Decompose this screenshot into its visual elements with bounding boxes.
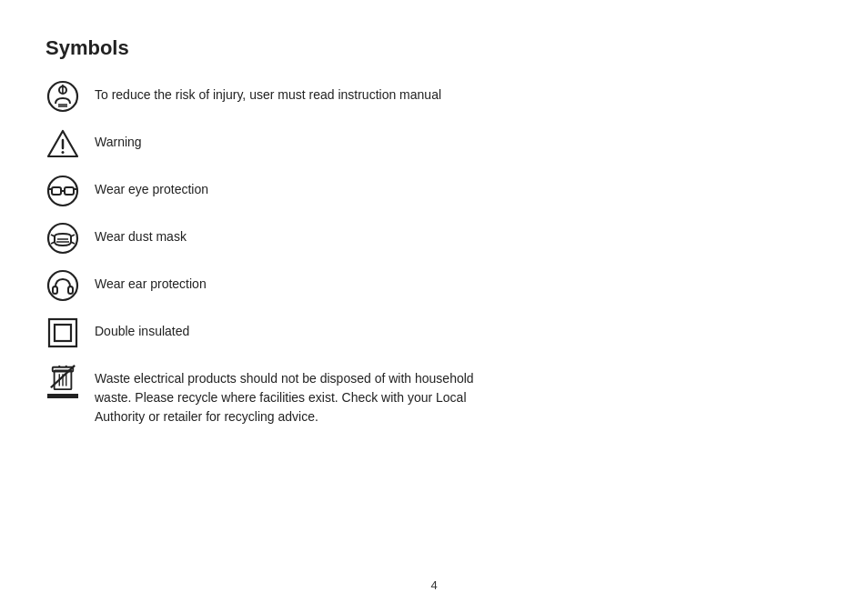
dust-mask-icon bbox=[45, 222, 80, 255]
double-insulated-icon bbox=[45, 316, 80, 349]
ear-protection-text: Wear ear protection bbox=[95, 269, 207, 294]
warning-icon bbox=[45, 127, 80, 160]
eye-protection-text: Wear eye protection bbox=[95, 175, 208, 199]
list-item: Wear eye protection bbox=[45, 175, 823, 207]
warning-text: Warning bbox=[95, 127, 142, 152]
svg-point-14 bbox=[48, 224, 77, 253]
list-item: Wear dust mask bbox=[45, 222, 823, 255]
weee-bar bbox=[47, 394, 78, 398]
svg-rect-10 bbox=[65, 187, 74, 195]
eye-protection-icon bbox=[45, 175, 80, 207]
instruction-manual-text: To reduce the risk of injury, user must … bbox=[95, 80, 441, 105]
list-item: Warning bbox=[45, 127, 823, 160]
svg-rect-9 bbox=[52, 187, 61, 195]
svg-rect-25 bbox=[55, 325, 71, 341]
svg-line-17 bbox=[51, 235, 55, 236]
list-item: Double insulated bbox=[45, 316, 823, 349]
weee-text: Waste electrical products should not be … bbox=[95, 364, 477, 426]
dust-mask-text: Wear dust mask bbox=[95, 222, 187, 246]
page-title: Symbols bbox=[45, 36, 823, 60]
svg-rect-24 bbox=[49, 319, 76, 346]
double-insulated-text: Double insulated bbox=[95, 316, 189, 341]
ear-protection-icon bbox=[45, 269, 80, 302]
svg-point-21 bbox=[48, 271, 77, 300]
svg-rect-22 bbox=[53, 286, 57, 294]
list-item: Waste electrical products should not be … bbox=[45, 364, 823, 426]
page-content: Symbols i To reduce the risk of injury, … bbox=[0, 0, 868, 477]
svg-point-7 bbox=[62, 151, 65, 154]
page-number: 4 bbox=[430, 578, 437, 592]
svg-rect-23 bbox=[68, 286, 73, 294]
svg-line-19 bbox=[71, 235, 75, 236]
list-item: Wear ear protection bbox=[45, 269, 823, 302]
weee-icon bbox=[45, 364, 80, 398]
list-item: i To reduce the risk of injury, user mus… bbox=[45, 80, 823, 113]
instruction-manual-icon: i bbox=[45, 80, 80, 113]
